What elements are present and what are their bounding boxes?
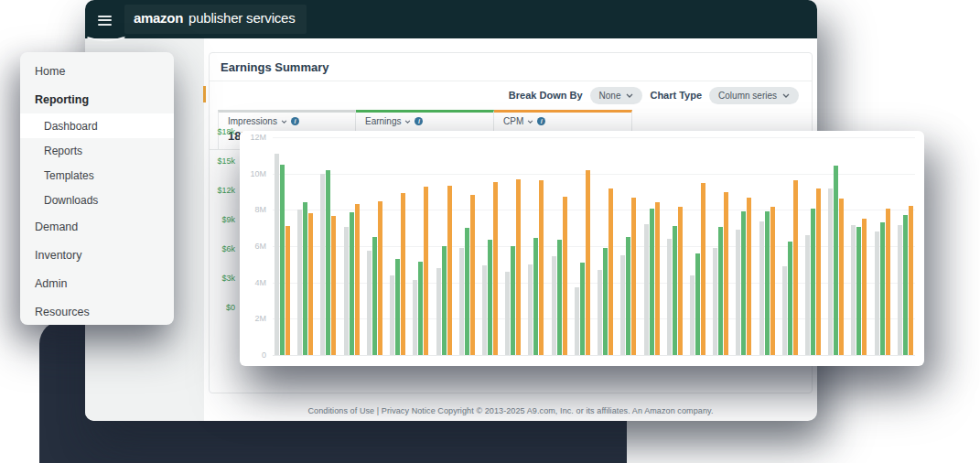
sidebar-item-resources[interactable]: Resources: [20, 297, 174, 326]
bar-earnings: [326, 170, 330, 355]
bar-group: [620, 137, 636, 355]
card-title: Earnings Summary: [210, 53, 812, 81]
bar-group: [644, 137, 660, 355]
chevron-down-icon: [626, 93, 633, 98]
bar-impressions: [459, 248, 464, 355]
metric-dropdown[interactable]: CPM i: [503, 116, 622, 126]
bar-cpm: [816, 188, 821, 355]
bar-cpm: [862, 219, 867, 355]
bar-impressions: [828, 188, 833, 355]
bar-group: [367, 137, 382, 355]
bar-group: [505, 137, 521, 355]
bar-earnings: [673, 226, 677, 355]
bar-cpm: [516, 179, 521, 355]
bar-earnings: [418, 262, 423, 355]
bg-axis-tick: $15k: [211, 156, 235, 166]
bar-earnings: [695, 253, 700, 355]
bar-impressions: [320, 174, 325, 355]
bar-group: [275, 137, 290, 355]
bar-cpm: [331, 216, 336, 355]
bar-earnings: [395, 259, 400, 355]
bar-cpm: [724, 192, 728, 356]
bar-cpm: [424, 187, 428, 355]
bar-cpm: [401, 193, 405, 356]
bar-earnings: [788, 242, 792, 355]
sidebar-item-templates[interactable]: Templates: [20, 163, 174, 188]
bar-impressions: [898, 225, 902, 355]
bar-earnings: [856, 227, 861, 355]
chart-y-tick: 0: [240, 350, 266, 360]
bar-group: [805, 137, 821, 355]
sidebar-item-downloads[interactable]: Downloads: [20, 188, 174, 212]
chevron-down-icon: [281, 120, 287, 124]
bar-impressions: [875, 232, 879, 355]
sidebar-item-reports[interactable]: Reports: [20, 138, 174, 163]
info-icon[interactable]: i: [415, 117, 423, 125]
metric-dropdown[interactable]: Impressions i: [228, 116, 346, 126]
bg-axis-tick: $6k: [211, 244, 235, 253]
bar-group: [413, 137, 428, 355]
chart-y-tick: 8M: [240, 205, 266, 214]
publisher-services-wordmark: publisher services: [188, 10, 295, 26]
breakdown-value: None: [599, 91, 621, 101]
bar-impressions: [667, 239, 672, 355]
chart-y-tick: 12M: [240, 133, 266, 142]
bar-cpm: [493, 182, 498, 355]
chart-bars: [275, 137, 913, 355]
bar-group: [667, 137, 683, 355]
sidebar-item-dashboard[interactable]: Dashboard: [20, 113, 174, 138]
menu-toggle-button[interactable]: [98, 16, 112, 26]
bar-group: [875, 137, 890, 355]
sidebar-item-demand[interactable]: Demand: [20, 212, 174, 241]
sidebar-item-admin[interactable]: Admin: [20, 269, 174, 297]
bar-earnings: [442, 246, 447, 355]
bar-group: [759, 137, 775, 355]
bar-impressions: [505, 272, 510, 355]
bar-group: [436, 137, 452, 355]
bar-earnings: [626, 237, 630, 355]
aps-logo[interactable]: amazon publisher services: [124, 5, 307, 34]
bar-cpm: [678, 207, 683, 355]
bar-earnings: [465, 228, 469, 355]
bar-impressions: [736, 230, 740, 355]
bar-earnings: [718, 227, 723, 355]
chart-controls: Break Down By None Chart Type Column ser…: [210, 81, 812, 109]
breakdown-select[interactable]: None: [590, 87, 643, 104]
bar-group: [736, 137, 751, 355]
bar-group: [598, 137, 613, 355]
bar-cpm: [586, 170, 590, 355]
bar-earnings: [580, 263, 585, 355]
bar-cpm: [886, 209, 890, 355]
sidebar-item-reporting[interactable]: Reporting: [20, 85, 174, 113]
bar-impressions: [482, 265, 487, 355]
bar-impressions: [690, 275, 695, 355]
bar-impressions: [297, 210, 302, 355]
bar-cpm: [539, 180, 544, 355]
info-icon[interactable]: i: [291, 117, 299, 125]
page: amazon publisher services Earnings Summa…: [0, 0, 980, 463]
bar-group: [344, 137, 360, 355]
amazon-wordmark: amazon: [134, 10, 183, 26]
bar-cpm: [355, 204, 360, 355]
bar-cpm: [447, 186, 452, 355]
bar-earnings: [880, 222, 885, 355]
bar-impressions: [598, 270, 602, 355]
earnings-chart-card: 12M10M8M6M4M2M0: [240, 131, 924, 366]
bar-cpm: [701, 183, 705, 355]
bar-earnings: [650, 209, 654, 355]
bar-earnings: [280, 165, 285, 355]
bar-earnings: [488, 240, 492, 355]
sidebar-item-home[interactable]: Home: [20, 57, 174, 85]
sidebar-item-inventory[interactable]: Inventory: [20, 241, 174, 269]
chart-plot: [273, 137, 915, 355]
chart-type-select[interactable]: Column series: [709, 87, 799, 104]
bar-earnings: [834, 166, 838, 355]
chevron-down-icon: [404, 120, 411, 124]
bar-cpm: [655, 202, 660, 355]
bar-earnings: [741, 211, 746, 355]
metric-dropdown[interactable]: Earnings i: [365, 116, 484, 126]
info-icon[interactable]: i: [537, 117, 545, 125]
amazon-smile-icon: [87, 36, 127, 44]
bar-earnings: [303, 202, 307, 355]
bar-cpm: [378, 201, 382, 355]
